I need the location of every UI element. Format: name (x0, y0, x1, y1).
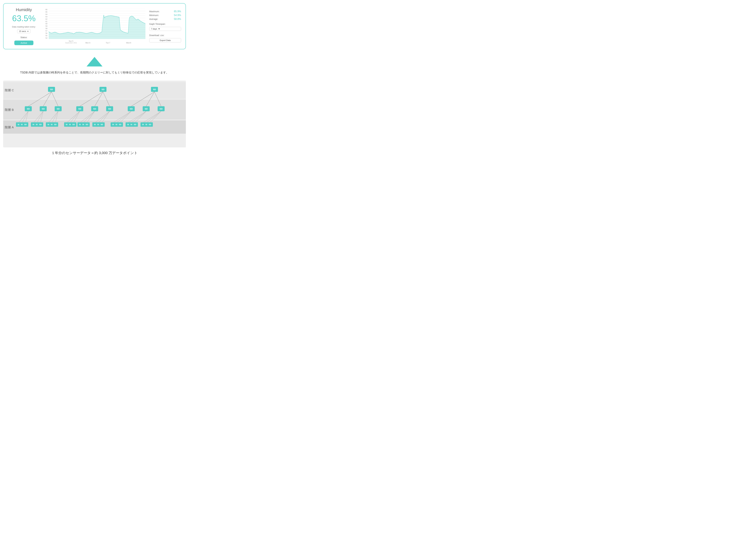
stat-row-avg: Average: 58.8% (149, 18, 181, 21)
min-label: Minimum: (149, 14, 159, 17)
svg-text:SD: SD (102, 88, 105, 91)
chart-svg (49, 9, 145, 39)
svg-text:SD: SD (57, 108, 60, 110)
y-tick: 63 (46, 16, 47, 18)
y-tick: 65 (46, 11, 47, 13)
x-label-mon6: Mon 6 (85, 42, 90, 44)
svg-text:SD: SD (130, 108, 133, 110)
jp-description: TSDB 内部では多階層の時系列を作ることで、長期間のクエリーに対してもミリ秒単… (3, 70, 186, 75)
y-tick: 57 (46, 30, 47, 32)
x-label-tue7: Tue 7 (106, 42, 110, 44)
svg-text:SD: SD (54, 124, 57, 126)
svg-text:SD: SD (160, 108, 163, 110)
chart-wrapper: 66 65 64 63 62 61 60 59 58 57 56 55 54 (44, 9, 145, 44)
right-panel: Maximum: 65.9% Minimum: 54.9% Average: 5… (149, 10, 181, 42)
arrow-section (3, 57, 186, 67)
stat-row-min: Minimum: 54.9% (149, 14, 181, 17)
y-tick: 54 (46, 37, 47, 39)
svg-text:SD: SD (86, 124, 88, 126)
svg-text:SD: SD (42, 108, 45, 110)
svg-text:SD: SD (108, 108, 111, 110)
svg-rect-16 (3, 120, 186, 134)
y-axis: 66 65 64 63 62 61 60 59 58 57 56 55 54 (44, 9, 48, 39)
y-tick: 55 (46, 35, 47, 37)
tree-svg: 階層 C 階層 B 階層 A SD SD SD SD SD (3, 82, 186, 145)
timespan-select[interactable]: 7 days ▼ (149, 27, 181, 31)
layer-a-label: 階層 A (5, 126, 14, 129)
y-tick: 66 (46, 9, 47, 11)
download-label: Download .csv: (149, 34, 181, 37)
y-tick: 62 (46, 18, 47, 20)
y-tick: 64 (46, 14, 47, 15)
chevron-down-icon: ▼ (158, 28, 160, 30)
min-value: 54.9% (174, 14, 181, 17)
svg-text:SD: SD (149, 124, 151, 126)
svg-text:SD: SD (78, 108, 81, 110)
y-tick: 59 (46, 25, 47, 27)
layer-c-label: 階層 C (5, 89, 14, 92)
timespan-value: 7 days (151, 28, 157, 30)
status-label: Status: (20, 36, 27, 39)
svg-text:SD: SD (101, 124, 103, 126)
interval-value: 15 secs (19, 30, 26, 32)
svg-text:SD: SD (153, 88, 156, 91)
y-tick: 60 (46, 23, 47, 25)
svg-text:SD: SD (39, 124, 42, 126)
tree-diagram: 階層 C 階層 B 階層 A SD SD SD SD SD (3, 81, 186, 148)
y-tick: 61 (46, 21, 47, 22)
svg-text:SD: SD (72, 124, 75, 126)
svg-text:SD: SD (27, 108, 30, 110)
layer-b-label: 階層 B (5, 108, 14, 111)
reading-label: Data reading taken every: (12, 26, 36, 28)
avg-label: Average: (149, 18, 158, 20)
chart-area (49, 9, 145, 39)
interval-select[interactable]: 15 secs ▼ (17, 29, 31, 33)
svg-rect-14 (3, 82, 186, 99)
sensor-card: Humidity 63.5% Data reading taken every:… (3, 3, 186, 49)
up-arrow-icon (87, 57, 102, 67)
footer-text: １年分のセンサーデータ＝約 3,000 万データポイント (3, 151, 186, 155)
x-label-sun5: Sun 5September 2021 (65, 40, 77, 44)
timespan-label: Gaph Timespan: (149, 23, 181, 25)
y-tick: 58 (46, 28, 47, 29)
status-badge: Active (14, 41, 34, 45)
sensor-value: 63.5% (12, 14, 35, 23)
left-panel: Humidity 63.5% Data reading taken every:… (8, 7, 40, 45)
svg-text:SD: SD (134, 124, 136, 126)
svg-text:SD: SD (24, 124, 27, 126)
stat-row-max: Maximum: 65.9% (149, 10, 181, 13)
max-label: Maximum: (149, 10, 160, 13)
avg-value: 58.8% (174, 18, 181, 21)
y-tick: 56 (46, 32, 47, 34)
chart-container: 66 65 64 63 62 61 60 59 58 57 56 55 54 (44, 9, 145, 44)
max-value: 65.9% (174, 10, 181, 13)
svg-text:SD: SD (145, 108, 148, 110)
svg-text:SD: SD (50, 88, 53, 91)
svg-text:SD: SD (119, 124, 121, 126)
svg-text:SD: SD (93, 108, 96, 110)
chevron-down-icon: ▼ (27, 30, 29, 32)
x-label-wed8: Wed 8 (126, 42, 131, 44)
x-labels: Sun 5September 2021 Mon 6 Tue 7 Wed 8 (49, 39, 145, 44)
export-button[interactable]: Export Data (149, 38, 181, 42)
sensor-title: Humidity (16, 7, 32, 12)
